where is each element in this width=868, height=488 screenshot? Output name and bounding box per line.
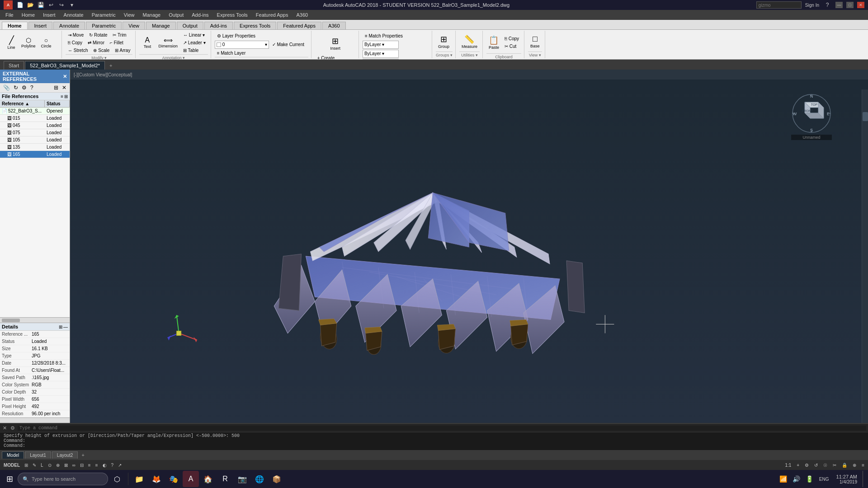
command-input-search[interactable] (18, 426, 866, 431)
ref-row-105[interactable]: 🖼105 Loaded (0, 136, 70, 144)
status-isolate[interactable]: ☉ (821, 462, 829, 468)
btn-layer-properties[interactable]: ⚙ Layer Properties (215, 33, 307, 40)
keyboard-lang[interactable]: ENG (817, 476, 831, 482)
taskbar-file-explorer[interactable]: 📁 (131, 471, 147, 487)
maximize-btn[interactable]: □ (846, 2, 854, 8)
details-scrollbar[interactable] (0, 418, 70, 423)
ref-row-075[interactable]: 🖼075 Loaded (0, 129, 70, 136)
status-grid[interactable]: ⊞ (23, 462, 30, 468)
taskbar-camera[interactable]: 📷 (234, 471, 250, 487)
btn-clipboard-copy[interactable]: ⎘ Copy (502, 35, 521, 42)
ref-col-status[interactable]: Status (45, 100, 70, 107)
taskbar-rhino[interactable]: 🏠 (200, 471, 216, 487)
status-sel[interactable]: ↗ (116, 462, 123, 468)
tab-a360[interactable]: A360 (322, 22, 346, 29)
tab-insert[interactable]: Insert (28, 22, 53, 29)
tab-home[interactable]: Home (2, 22, 28, 29)
btn-mirror[interactable]: ⇄ Mirror (85, 39, 107, 47)
tab-featured[interactable]: Featured Apps (277, 22, 321, 29)
menu-view[interactable]: View (120, 11, 138, 19)
layout-tab-model[interactable]: Model (2, 451, 24, 459)
btn-match-props[interactable]: ≡ Match Properties (363, 33, 405, 40)
status-polar[interactable]: ⊙ (46, 462, 53, 468)
xref-refresh-btn[interactable]: ↻ (12, 84, 19, 91)
sign-in-btn[interactable]: Sign In (805, 3, 819, 8)
btn-base[interactable]: □ Base (528, 32, 542, 52)
tab-manage[interactable]: Manage (146, 22, 176, 29)
color-combo[interactable]: ByLayer ▾ (363, 41, 399, 49)
file-ref-tree-view[interactable]: ⊞ (64, 94, 68, 99)
status-osnap[interactable]: ⊕ (54, 462, 61, 468)
btn-group[interactable]: ⊞ Group (436, 32, 452, 52)
qa-btn-open[interactable]: 📂 (26, 1, 35, 9)
status-snap[interactable]: ✎ (31, 462, 38, 468)
search-input[interactable] (756, 1, 802, 9)
status-hardware[interactable]: ⊕ (851, 462, 858, 468)
details-expand-btn[interactable]: ⊞ (59, 324, 62, 329)
taskbar-store[interactable]: 🎭 (165, 471, 182, 487)
doc-tab-model[interactable]: 522_BalrO3_Sample1_Model2* (25, 61, 105, 70)
menu-output[interactable]: Output (165, 11, 187, 19)
menu-express[interactable]: Express Tools (213, 11, 251, 19)
status-lock-ui[interactable]: 🔒 (840, 462, 849, 468)
xref-help-btn[interactable]: ? (29, 84, 35, 91)
xref-attach-btn[interactable]: 📎 (2, 84, 11, 91)
ref-row-045[interactable]: 🖼045 Loaded (0, 122, 70, 129)
status-model[interactable]: MODEL (2, 462, 22, 468)
cmd-options-btn[interactable]: ⚙ (9, 425, 16, 431)
layout-tab-layout1[interactable]: Layout1 (25, 451, 51, 459)
taskbar-browser[interactable]: 🦊 (148, 471, 165, 487)
btn-scale[interactable]: ⊕ Scale (91, 47, 112, 54)
status-units[interactable]: ↺ (812, 462, 820, 468)
menu-parametric[interactable]: Parametric (88, 11, 119, 19)
lineweight-combo[interactable]: ByLayer ▾ (363, 59, 399, 59)
taskbar-autocad[interactable]: A (183, 471, 199, 487)
status-otrack[interactable]: ∞ (71, 462, 77, 468)
btn-move[interactable]: ⇥ Move (66, 32, 86, 39)
close-btn[interactable]: ✕ (857, 2, 864, 8)
ref-row-135[interactable]: 🖼135 Loaded (0, 144, 70, 151)
doc-tab-start[interactable]: Start (4, 61, 24, 70)
btn-make-current[interactable]: ✓ Make Current (270, 41, 307, 48)
btn-rotate[interactable]: ↻ Rotate (87, 32, 109, 39)
taskbar-ie[interactable]: 🌐 (251, 471, 268, 487)
status-props[interactable]: ≡ (860, 462, 866, 468)
btn-cut[interactable]: ✂ Cut (502, 42, 521, 50)
xref-close-btn[interactable]: ✕ (61, 84, 68, 91)
status-zoom-in[interactable]: + (795, 462, 801, 468)
btn-copy[interactable]: ⎘ Copy (66, 39, 85, 47)
status-transparency[interactable]: ◐ (101, 462, 108, 468)
status-3dosnap[interactable]: ⊠ (62, 462, 70, 468)
tab-output[interactable]: Output (177, 22, 203, 29)
btn-arc[interactable]: ⌒ Arc (5, 54, 18, 59)
layout-tab-add[interactable]: + (79, 451, 87, 459)
menu-a360[interactable]: A360 (292, 11, 311, 19)
doc-tab-add[interactable]: + (106, 61, 116, 70)
viewport-scrollbar-right[interactable] (862, 89, 868, 423)
help-btn[interactable]: ? (823, 1, 832, 9)
btn-insert[interactable]: ⊞ Insert (315, 33, 356, 54)
tray-network[interactable]: 📶 (778, 474, 788, 483)
status-ducs[interactable]: ⊟ (78, 462, 85, 468)
status-workspace[interactable]: ⚙ (803, 462, 811, 468)
status-annotation-scale[interactable]: 1:1 (783, 462, 793, 468)
status-ortho[interactable]: L (39, 462, 45, 468)
menu-featured[interactable]: Featured Apps (252, 11, 292, 19)
ref-scrollbar[interactable] (0, 317, 70, 323)
btn-match-layer[interactable]: ≡ Match Layer (215, 50, 248, 57)
btn-stretch[interactable]: ↔ Stretch (66, 47, 90, 54)
btn-polyline[interactable]: ⬡ Polyline (19, 32, 38, 53)
btn-circle[interactable]: ○ Circle (39, 32, 54, 53)
menu-file[interactable]: File (2, 11, 17, 19)
btn-measure[interactable]: 📏 Measure (459, 32, 480, 52)
ref-row-main[interactable]: 📄522_BalrO3_S... Opened (0, 108, 70, 115)
tab-annotate[interactable]: Annotate (53, 22, 85, 29)
show-desktop[interactable] (863, 471, 865, 487)
taskbar-pkg[interactable]: 📦 (269, 471, 285, 487)
tray-volume[interactable]: 🔊 (791, 474, 802, 483)
menu-insert[interactable]: Insert (39, 11, 59, 19)
menu-annotate[interactable]: Annotate (60, 11, 87, 19)
ref-col-name[interactable]: Reference ▲ (0, 100, 45, 107)
status-dyn[interactable]: ≡ (86, 462, 93, 468)
ext-ref-close[interactable]: ✕ (63, 74, 67, 80)
